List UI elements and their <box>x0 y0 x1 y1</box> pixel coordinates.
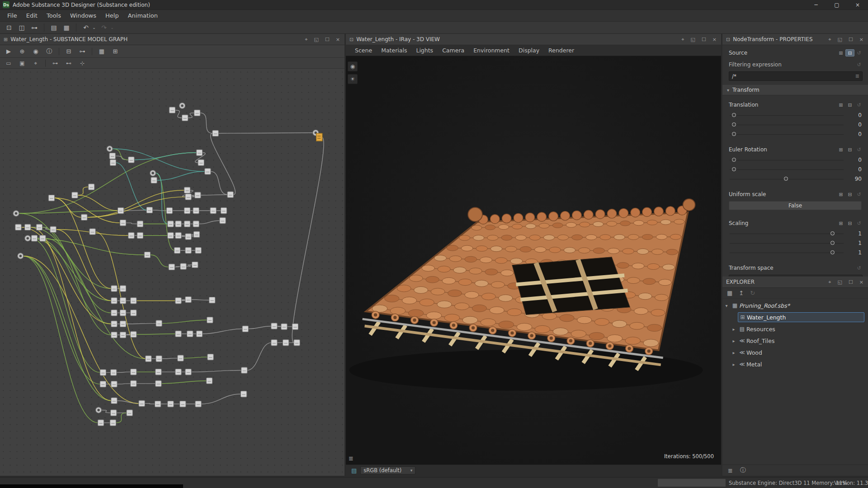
snap-icon[interactable]: ⊞ <box>111 48 119 55</box>
graph-node[interactable] <box>110 420 116 426</box>
graph-node[interactable] <box>168 401 174 407</box>
scaling-slider-knob[interactable] <box>830 250 835 254</box>
euler-rotation-add-function-icon[interactable]: ⊞ <box>836 146 845 153</box>
viewport-menu-materials[interactable]: Materials <box>377 47 411 54</box>
color-profile-select[interactable]: sRGB (default) ▾ <box>360 466 415 474</box>
graph-node[interactable] <box>131 298 137 304</box>
graph-node[interactable] <box>294 340 300 346</box>
graph-node[interactable] <box>174 247 180 253</box>
save-icon[interactable]: ▦ <box>727 290 732 296</box>
graph-node[interactable] <box>120 220 126 225</box>
save-icon[interactable]: ▦ <box>61 23 72 33</box>
chevron-icon[interactable]: ▾ <box>722 303 731 308</box>
graph-node[interactable] <box>120 321 126 327</box>
graph-node[interactable] <box>131 331 137 337</box>
transform-section-header[interactable]: ▾Transform <box>722 84 868 95</box>
graph-node[interactable] <box>156 380 161 386</box>
selected-item-box[interactable]: ⊞Water_Length <box>738 312 864 322</box>
menu-help[interactable]: Help <box>101 10 123 21</box>
graph-node[interactable] <box>111 332 117 338</box>
tree-item-resources[interactable]: ▸▤Resources <box>722 323 868 335</box>
graph-node[interactable] <box>137 232 143 238</box>
graph-node[interactable] <box>180 401 186 407</box>
expression-menu-icon[interactable]: ≣ <box>855 73 859 79</box>
graph-node[interactable] <box>206 378 212 384</box>
graph-node[interactable] <box>169 264 175 270</box>
graph-node[interactable] <box>156 320 162 326</box>
uniform-scale-reset-icon[interactable]: ↺ <box>854 191 863 198</box>
graph-node[interactable] <box>111 286 117 291</box>
close-panel-icon[interactable]: × <box>712 37 717 42</box>
source-reset-icon[interactable]: ↺ <box>854 49 863 56</box>
graph-node[interactable] <box>137 221 143 227</box>
undo-history-icon[interactable]: ⌄ <box>91 23 97 33</box>
graph-node[interactable] <box>111 381 117 387</box>
graph-node[interactable] <box>127 410 132 416</box>
graph-node[interactable] <box>241 367 247 373</box>
graph-node[interactable] <box>88 184 94 190</box>
menu-tools[interactable]: Tools <box>42 10 66 21</box>
graph-node[interactable] <box>111 398 117 404</box>
chevron-icon[interactable]: ▸ <box>730 338 738 343</box>
maximize-button[interactable]: ▢ <box>826 0 847 9</box>
translation-slider-knob[interactable] <box>732 122 736 127</box>
tree-item-water-length[interactable]: ⊞Water_Length <box>722 311 868 323</box>
graph-node[interactable] <box>100 381 106 387</box>
screenshot-icon[interactable]: ◉ <box>32 48 40 55</box>
graph-node[interactable] <box>283 340 288 346</box>
graph-node[interactable] <box>120 332 126 338</box>
euler-rotation-slider-knob[interactable] <box>732 158 736 162</box>
graph-node[interactable] <box>208 354 213 360</box>
viewport-menu-display[interactable]: Display <box>514 47 544 54</box>
scaling-expose-icon[interactable]: ⊟ <box>845 220 854 227</box>
graph-node[interactable] <box>209 297 215 303</box>
graph-node[interactable] <box>151 177 157 183</box>
viewport-3d-canvas[interactable]: ◉☀ Iterations: 500/500 ≣ <box>346 56 721 465</box>
graph-node[interactable] <box>194 110 200 116</box>
chevron-icon[interactable]: ▸ <box>730 327 738 332</box>
menu-edit[interactable]: Edit <box>22 10 42 21</box>
open-icon[interactable]: ▤ <box>48 23 59 33</box>
graph-node[interactable] <box>25 224 31 230</box>
graph-node[interactable] <box>193 231 199 237</box>
graph-node[interactable] <box>110 160 116 165</box>
menu-file[interactable]: File <box>3 10 22 21</box>
graph-node[interactable] <box>187 331 193 337</box>
graph-node[interactable] <box>195 192 201 198</box>
graph-node[interactable] <box>198 160 204 165</box>
graph-node[interactable] <box>131 369 137 375</box>
graph-node[interactable] <box>192 262 198 267</box>
maximize-panel-icon[interactable]: ☐ <box>325 37 330 42</box>
select-tool-icon[interactable]: ▶ <box>5 48 13 55</box>
graph-node[interactable] <box>146 207 152 213</box>
graph-node[interactable] <box>40 235 46 241</box>
graph-node[interactable] <box>180 263 186 269</box>
graph-node[interactable] <box>48 195 54 201</box>
translation-slider-knob[interactable] <box>732 113 736 117</box>
redo-history-icon[interactable]: ⌄ <box>109 23 115 33</box>
translation-add-function-icon[interactable]: ⊞ <box>836 101 845 108</box>
graph-node[interactable] <box>168 232 174 238</box>
sync-icon[interactable]: ↻ <box>750 290 755 296</box>
scaling-slider-0[interactable]: 1 <box>729 229 863 239</box>
graph-node[interactable] <box>111 321 117 327</box>
tree-item-roof-tiles[interactable]: ▸≪Roof_Tiles <box>722 335 868 347</box>
graph-node[interactable] <box>212 130 218 136</box>
graph-node[interactable] <box>185 247 191 253</box>
maximize-panel-icon[interactable]: ☐ <box>849 37 853 42</box>
new-graph-icon[interactable]: ⊡ <box>4 23 14 33</box>
euler-rotation-slider-knob[interactable] <box>784 177 788 181</box>
graph-node[interactable] <box>292 324 298 329</box>
graph-node[interactable] <box>220 217 226 223</box>
close-button[interactable]: × <box>847 0 868 9</box>
graph-node[interactable] <box>50 226 56 232</box>
euler-rotation-slider-2[interactable]: 90 <box>729 174 863 184</box>
tree-item-metal[interactable]: ▸≪Metal <box>722 358 868 370</box>
graph-node[interactable] <box>281 324 287 329</box>
graph-node[interactable] <box>146 356 151 361</box>
graph-node[interactable] <box>175 221 181 227</box>
euler-rotation-slider-knob[interactable] <box>732 167 736 171</box>
filtering-expression-input[interactable]: /*≣ <box>729 71 863 81</box>
scaling-slider-1[interactable]: 1 <box>729 239 863 248</box>
translation-slider-knob[interactable] <box>732 132 736 136</box>
